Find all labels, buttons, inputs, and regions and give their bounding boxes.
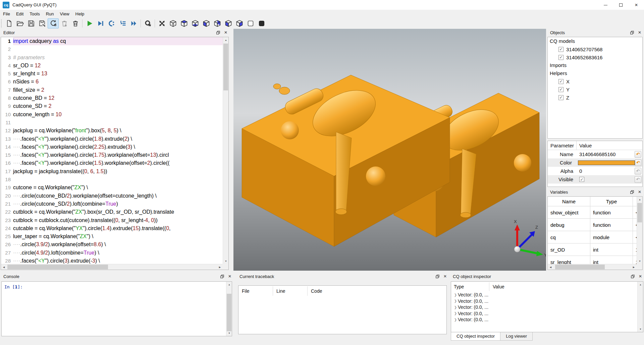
code-line[interactable]: 2: [1, 45, 223, 53]
inspector-row[interactable]: ❯Vector: (0.0, ...: [451, 317, 643, 323]
close-panel-icon[interactable]: ✕: [443, 274, 447, 278]
shaded-toggle-button[interactable]: [256, 18, 267, 28]
traceback-table[interactable]: File Line Code: [238, 285, 447, 334]
float-panel-icon[interactable]: [631, 275, 635, 278]
menu-item-tools[interactable]: Tools: [26, 10, 43, 17]
code-line[interactable]: 5sr_lenght = 13: [1, 70, 223, 78]
scrollbar-thumb[interactable]: [227, 294, 231, 331]
inspector-row[interactable]: ❯Vector: (0.0, ...: [451, 310, 643, 317]
code-line[interactable]: 20····.circle(cutcone_BD/2).workplane(of…: [1, 192, 223, 200]
code-line[interactable]: 23cutblock = cutblock.cut(cutcone).trans…: [1, 216, 223, 224]
front-view-button[interactable]: [201, 18, 212, 28]
tree-item-3140652707568[interactable]: ✓3140652707568: [548, 45, 642, 53]
code-line[interactable]: 22cutblock = cq.Workplane("ZX").box(sr_O…: [1, 208, 223, 216]
property-value[interactable]: 0: [577, 168, 635, 174]
right-view-button[interactable]: [234, 18, 245, 28]
save-as-button[interactable]: [37, 18, 48, 28]
continue-button[interactable]: [128, 18, 139, 28]
variables-horizontal-scrollbar[interactable]: ◀ ▶: [548, 264, 637, 270]
code-line[interactable]: 9cutcone_SD = 2: [1, 102, 223, 110]
tree-item-x[interactable]: ✓X: [548, 77, 642, 85]
iso-view-button[interactable]: [167, 18, 178, 28]
expand-chevron-icon[interactable]: ❯: [453, 305, 458, 309]
variable-row-show-object[interactable]: show_objectfunction<f: [548, 206, 637, 219]
wireframe-toggle-button[interactable]: [245, 18, 256, 28]
inspector-row[interactable]: ❯Vector: (0.0, ...: [451, 304, 643, 310]
console-panel-titlebar[interactable]: Console ✕: [1, 272, 233, 281]
scrollbar-thumb[interactable]: [7, 265, 108, 269]
menu-item-file[interactable]: File: [0, 10, 13, 17]
code-line[interactable]: 12jackplug = cq.Workplane("front").box(5…: [1, 127, 223, 135]
console-prompt[interactable]: In [1]:: [2, 282, 232, 289]
scrollbar-thumb[interactable]: [223, 44, 228, 90]
expand-chevron-icon[interactable]: ❯: [453, 318, 458, 322]
code-line[interactable]: 8cutcone_BD = 12: [1, 94, 223, 102]
code-line[interactable]: 3# parameters: [1, 54, 223, 62]
minimize-button[interactable]: [598, 0, 613, 10]
tree-group-helpers[interactable]: Helpers: [548, 69, 642, 77]
object-properties-table[interactable]: Parameter Value Name3140646685160↶Color↶…: [547, 141, 643, 187]
top-view-button[interactable]: [178, 18, 190, 28]
step-button[interactable]: [106, 18, 117, 28]
property-value[interactable]: 3140646685160: [577, 151, 635, 157]
code-line[interactable]: 1import cadquery as cq: [1, 37, 223, 45]
property-row-name[interactable]: Name3140646685160↶: [548, 150, 642, 158]
code-line[interactable]: 19cutcone = cq.Workplane("ZX") \: [1, 184, 223, 192]
tab-log-viewer[interactable]: Log viewer: [500, 332, 533, 341]
objects-tree[interactable]: CQ models✓3140652707568✓3140652683616Imp…: [547, 37, 643, 139]
variable-row-debug[interactable]: debugfunction<f: [548, 219, 637, 231]
step-in-button[interactable]: [117, 18, 128, 28]
inspector-panel-titlebar[interactable]: CQ object inspector ✕: [450, 272, 644, 281]
code-line[interactable]: 16····.faces("<Y").workplane().circle(1.…: [1, 159, 223, 167]
close-panel-icon[interactable]: ✕: [639, 274, 642, 278]
code-line[interactable]: 6nSides = 6: [1, 78, 223, 86]
checkbox[interactable]: ✓: [558, 55, 564, 60]
tree-item-y[interactable]: ✓Y: [548, 85, 642, 93]
scroll-up-arrow[interactable]: ▲: [637, 197, 643, 202]
checkbox[interactable]: ✓: [558, 87, 564, 92]
scroll-down-arrow[interactable]: ▼: [638, 326, 643, 332]
render-button[interactable]: [84, 18, 95, 28]
code-line[interactable]: 26····.circle(3.9/2).workplane(offset=8.…: [1, 240, 223, 249]
checkbox[interactable]: ✓: [558, 47, 564, 52]
variables-panel-titlebar[interactable]: Variables ✕: [547, 188, 643, 196]
tree-group-cq-models[interactable]: CQ models: [548, 37, 642, 45]
scroll-left-arrow[interactable]: ◀: [1, 264, 7, 270]
scroll-right-arrow[interactable]: ▶: [631, 264, 637, 270]
property-row-visible[interactable]: Visible✓↶: [548, 175, 642, 184]
scroll-down-arrow[interactable]: ▼: [226, 330, 232, 336]
scrollbar-thumb[interactable]: [555, 265, 605, 269]
variable-row-cq[interactable]: cqmodule<m: [548, 231, 637, 244]
tree-item-3140652683616[interactable]: ✓3140652683616: [548, 53, 642, 61]
code-editor[interactable]: 1import cadquery as cq23# parameters4sr_…: [1, 37, 229, 270]
scroll-down-arrow[interactable]: ▼: [637, 258, 643, 264]
new-file-button[interactable]: [3, 18, 14, 28]
tab-cq-object-inspector[interactable]: CQ object inspector: [451, 332, 500, 341]
float-panel-icon[interactable]: [220, 275, 224, 278]
tree-group-imports[interactable]: Imports: [548, 61, 642, 69]
inspector-table[interactable]: Type Value ❯Vector: (0.0, ...❯Vector: (0…: [451, 281, 643, 332]
fit-view-button[interactable]: [156, 18, 167, 28]
save-button[interactable]: [25, 18, 37, 28]
editor-vertical-scrollbar[interactable]: ▲ ▼: [223, 37, 228, 264]
code-area[interactable]: 1import cadquery as cq23# parameters4sr_…: [1, 37, 223, 264]
code-line[interactable]: 11: [1, 119, 223, 127]
scroll-left-arrow[interactable]: ◀: [548, 264, 553, 270]
variable-row-sr-od[interactable]: sr_ODint12: [548, 244, 637, 256]
menu-item-view[interactable]: View: [57, 10, 72, 17]
inspector-row[interactable]: ❯Vector: (0.0, ...: [451, 298, 643, 304]
scroll-down-arrow[interactable]: ▼: [223, 258, 229, 264]
float-panel-icon[interactable]: [630, 31, 634, 34]
scroll-up-arrow[interactable]: ▲: [638, 282, 643, 287]
code-line[interactable]: 14····.faces("<Y").workplane().circle(2.…: [1, 143, 223, 151]
toolbar-drag-handle[interactable]: [1, 19, 2, 28]
visible-checkbox[interactable]: ✓: [579, 177, 584, 182]
variables-table[interactable]: NameTypeshow_objectfunction<fdebugfuncti…: [547, 196, 643, 270]
console-area[interactable]: In [1]: ▲ ▼: [1, 281, 232, 336]
float-panel-icon[interactable]: [216, 31, 220, 34]
checkbox[interactable]: ✓: [558, 79, 564, 84]
code-line[interactable]: 18: [1, 176, 223, 184]
code-line[interactable]: 17jackplug = jackplug.translate((0, 6, 1…: [1, 167, 223, 176]
close-button[interactable]: ✕: [629, 0, 644, 10]
menu-item-edit[interactable]: Edit: [13, 10, 26, 17]
